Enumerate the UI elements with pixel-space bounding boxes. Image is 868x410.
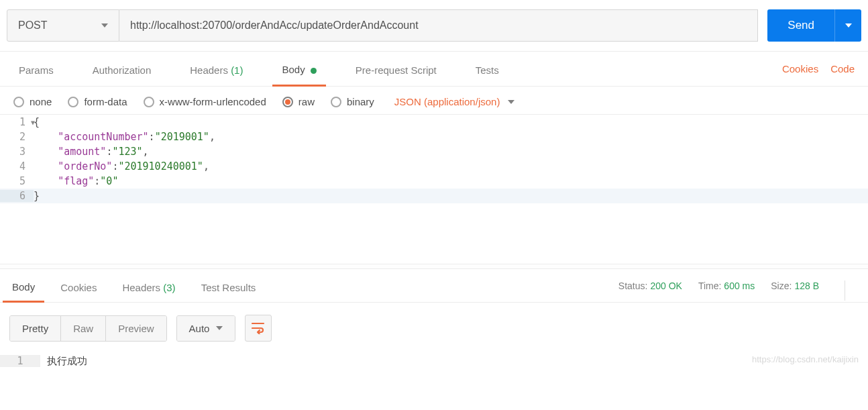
http-method-label: POST	[18, 19, 48, 32]
tab-headers[interactable]: Headers (1)	[180, 52, 252, 85]
response-body-text: 执行成功	[40, 355, 87, 368]
response-view-toggle: Pretty Raw Preview	[9, 315, 167, 342]
send-dropdown-button[interactable]	[834, 9, 861, 42]
body-type-none[interactable]: none	[13, 96, 52, 107]
chevron-down-icon	[508, 100, 514, 104]
status-value: 200 OK	[650, 280, 682, 291]
response-tab-body[interactable]: Body	[3, 278, 44, 303]
radio-icon	[144, 97, 154, 107]
view-pretty[interactable]: Pretty	[10, 316, 60, 341]
tab-prerequest[interactable]: Pre-request Script	[346, 52, 446, 85]
response-status-bar: Status:200 OK Time:600 ms Size:128 B	[618, 280, 859, 301]
body-type-xwww[interactable]: x-www-form-urlencoded	[144, 96, 266, 107]
chevron-down-icon	[845, 23, 852, 28]
send-button[interactable]: Send	[767, 9, 834, 42]
http-method-select[interactable]: POST	[7, 9, 119, 42]
view-raw[interactable]: Raw	[60, 316, 105, 341]
wrap-icon	[252, 322, 265, 334]
response-tab-headers[interactable]: Headers (3)	[113, 279, 184, 301]
tab-body-label: Body	[282, 64, 305, 75]
code-link[interactable]: Code	[830, 63, 855, 74]
chevron-down-icon	[216, 326, 223, 330]
watermark: https://blog.csdn.net/kaijixin	[752, 354, 859, 364]
tab-params[interactable]: Params	[9, 52, 63, 85]
tab-body[interactable]: Body	[272, 52, 325, 87]
tab-headers-label: Headers	[190, 64, 228, 76]
response-body-viewer[interactable]: 1 执行成功 https://blog.csdn.net/kaijixin	[0, 354, 868, 368]
url-input[interactable]	[119, 9, 758, 42]
radio-icon	[331, 97, 341, 107]
chevron-down-icon	[101, 23, 108, 28]
modified-dot-icon	[311, 68, 317, 74]
tab-headers-count: (1)	[231, 64, 243, 76]
size-value: 128 B	[794, 280, 819, 291]
request-body-editor[interactable]: 1▼{ 2 "accountNumber":"2019001", 3 "amou…	[0, 115, 868, 203]
content-type-select[interactable]: JSON (application/json)	[394, 96, 515, 107]
response-format-select[interactable]: Auto	[176, 315, 236, 342]
body-type-binary[interactable]: binary	[331, 96, 374, 107]
view-preview[interactable]: Preview	[105, 316, 166, 341]
time-value: 600 ms	[724, 280, 755, 291]
tab-authorization[interactable]: Authorization	[83, 52, 161, 85]
cookies-link[interactable]: Cookies	[782, 63, 818, 74]
line-number: 1	[0, 355, 40, 367]
tab-tests[interactable]: Tests	[466, 52, 508, 85]
radio-icon	[282, 97, 293, 107]
wrap-lines-button[interactable]	[245, 315, 272, 342]
radio-icon	[68, 97, 78, 107]
body-type-raw[interactable]: raw	[282, 96, 315, 107]
body-type-formdata[interactable]: form-data	[68, 96, 127, 107]
response-tab-cookies[interactable]: Cookies	[51, 279, 106, 301]
radio-icon	[13, 97, 24, 107]
response-tab-test-results[interactable]: Test Results	[192, 279, 266, 301]
